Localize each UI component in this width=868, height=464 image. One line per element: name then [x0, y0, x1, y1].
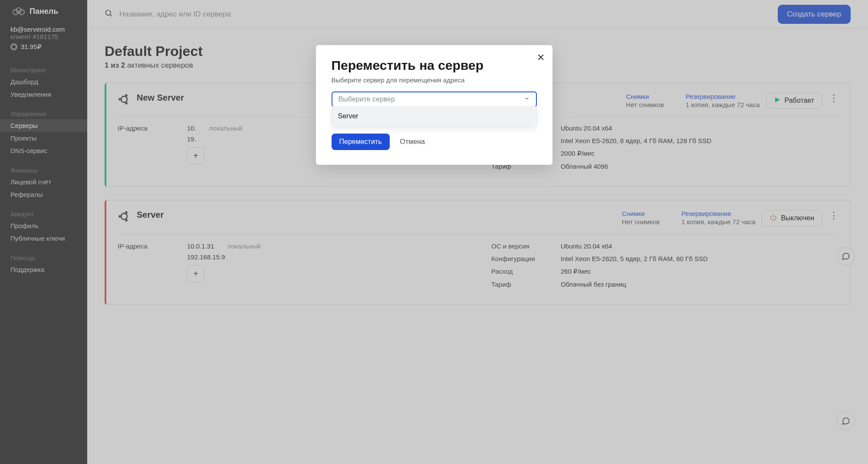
- server-select[interactable]: Выберите сервер: [332, 91, 537, 107]
- modal-overlay[interactable]: ✕ Переместить на сервер Выберите сервер …: [0, 0, 868, 464]
- modal-title: Переместить на сервер: [332, 58, 537, 73]
- chevron-down-icon: [524, 95, 530, 103]
- close-icon[interactable]: ✕: [537, 52, 545, 63]
- combo-placeholder: Выберите сервер: [339, 95, 395, 103]
- move-to-server-modal: ✕ Переместить на сервер Выберите сервер …: [316, 45, 552, 165]
- cancel-button[interactable]: Отмена: [400, 138, 425, 146]
- submit-button[interactable]: Переместить: [332, 134, 390, 150]
- modal-desc: Выберите сервер для перемещения адреса: [332, 76, 537, 84]
- server-select-options: Server: [332, 106, 537, 127]
- server-option[interactable]: Server: [332, 106, 536, 126]
